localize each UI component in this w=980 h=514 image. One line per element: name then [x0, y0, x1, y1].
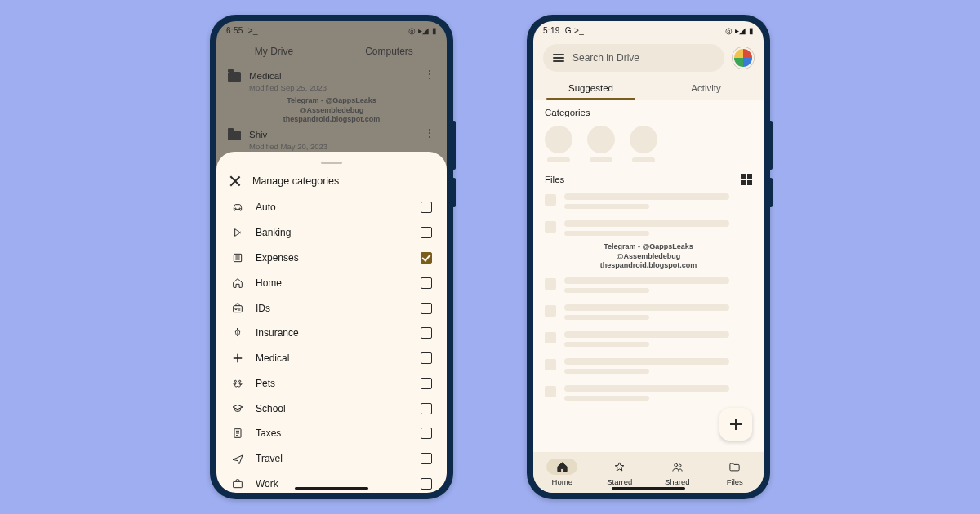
category-row-banking[interactable]: Banking — [216, 220, 447, 246]
watermark: Telegram - @GappsLeaks @Assembledebug th… — [216, 96, 447, 124]
status-icons: ◎ ▸◢ ▮ — [725, 26, 754, 35]
category-row-home[interactable]: Home — [216, 270, 447, 295]
svg-point-12 — [679, 464, 681, 467]
svg-point-6 — [239, 380, 241, 382]
ids-icon — [231, 302, 244, 315]
medical-icon — [231, 352, 244, 365]
status-prompt: >_ — [248, 26, 258, 35]
home-indicator[interactable] — [295, 487, 368, 490]
category-row-auto[interactable]: Auto — [216, 195, 447, 220]
grid-view-icon[interactable] — [741, 174, 752, 185]
category-label: Home — [256, 277, 409, 289]
side-button — [453, 178, 456, 207]
status-time: 6:55 — [226, 26, 243, 35]
category-chip[interactable] — [587, 126, 615, 162]
file-skeleton — [545, 331, 752, 347]
file-skeleton — [545, 220, 752, 236]
category-checkbox[interactable] — [421, 303, 432, 314]
category-checkbox[interactable] — [421, 352, 432, 364]
folder-outline-icon — [719, 459, 751, 475]
category-label: School — [256, 403, 409, 414]
fab-add-button[interactable] — [719, 408, 752, 441]
folder-subtitle: Modified May 20, 2023 — [249, 142, 416, 153]
category-checkbox[interactable] — [421, 478, 432, 490]
category-row-medical[interactable]: Medical — [216, 346, 447, 371]
home-tabs: Suggested Activity — [533, 78, 764, 100]
file-skeleton — [545, 277, 752, 293]
close-icon[interactable] — [229, 175, 241, 187]
nav-label: Files — [727, 477, 743, 486]
folder-icon — [228, 131, 241, 140]
nav-label: Shared — [665, 477, 690, 486]
category-checkbox[interactable] — [421, 453, 432, 464]
tab-computers[interactable]: Computers — [332, 39, 447, 65]
search-placeholder: Search in Drive — [572, 52, 639, 64]
nav-label: Starred — [607, 477, 632, 486]
banking-icon — [231, 226, 244, 239]
avatar[interactable] — [733, 47, 754, 69]
folder-subtitle: Modified Sep 25, 2023 — [249, 83, 416, 94]
tab-activity[interactable]: Activity — [648, 78, 764, 100]
category-checkbox[interactable] — [421, 378, 432, 389]
tab-my-drive[interactable]: My Drive — [216, 39, 332, 65]
taxes-icon — [231, 427, 244, 440]
phone-right: 5:19 G >_ ◎ ▸◢ ▮ Search in Drive Suggest… — [527, 15, 770, 499]
category-row-pets[interactable]: Pets — [216, 370, 447, 396]
category-checkbox[interactable] — [421, 252, 432, 264]
category-label: Expenses — [256, 252, 409, 264]
more-icon[interactable]: ⋮ — [424, 70, 435, 78]
pets-icon — [231, 377, 244, 390]
expenses-icon — [231, 251, 244, 264]
nav-files[interactable]: Files — [706, 452, 764, 493]
category-label: Banking — [256, 227, 409, 238]
category-label: Pets — [256, 378, 409, 389]
category-chip[interactable] — [630, 126, 657, 162]
folder-row[interactable]: Medical Modified Sep 25, 2023 ⋮ — [216, 65, 447, 96]
svg-point-4 — [235, 308, 237, 309]
folder-title: Medical — [249, 70, 416, 83]
category-label: Travel — [256, 453, 409, 464]
school-icon — [231, 402, 244, 415]
category-row-taxes[interactable]: Taxes — [216, 421, 447, 446]
category-label: IDs — [256, 303, 409, 314]
more-icon[interactable]: ⋮ — [424, 129, 435, 137]
search-input[interactable]: Search in Drive — [543, 44, 724, 72]
status-bar: 6:55 >_ ◎ ▸◢ ▮ — [216, 21, 447, 39]
category-row-school[interactable]: School — [216, 396, 447, 421]
svg-point-11 — [675, 463, 678, 467]
home-indicator[interactable] — [612, 487, 685, 490]
category-row-ids[interactable]: IDs — [216, 295, 447, 321]
nav-home[interactable]: Home — [533, 452, 591, 493]
manage-categories-sheet: Manage categories AutoBankingExpensesHom… — [216, 152, 447, 493]
status-prompt: G >_ — [565, 26, 584, 35]
category-label: Medical — [256, 352, 409, 364]
category-checkbox[interactable] — [421, 428, 432, 439]
side-button — [453, 121, 456, 170]
category-checkbox[interactable] — [421, 403, 432, 414]
auto-icon — [231, 201, 244, 214]
category-checkbox[interactable] — [421, 277, 432, 289]
category-row-travel[interactable]: Travel — [216, 446, 447, 472]
category-chip[interactable] — [545, 126, 572, 162]
status-icons: ◎ ▸◢ ▮ — [408, 26, 437, 35]
sheet-grabber[interactable] — [321, 162, 342, 164]
category-checkbox[interactable] — [421, 327, 432, 339]
category-row-insurance[interactable]: Insurance — [216, 321, 447, 346]
folder-row[interactable]: Shiv Modified May 20, 2023 ⋮ — [216, 124, 447, 155]
category-chips — [545, 126, 752, 162]
category-label: Taxes — [256, 428, 409, 439]
svg-point-0 — [235, 208, 236, 209]
hamburger-icon[interactable] — [553, 54, 564, 62]
file-skeleton — [545, 304, 752, 320]
category-checkbox[interactable] — [421, 202, 432, 213]
category-checkbox[interactable] — [421, 227, 432, 238]
category-row-expenses[interactable]: Expenses — [216, 246, 447, 271]
phone-left: 6:55 >_ ◎ ▸◢ ▮ My Drive Computers Medica… — [210, 15, 453, 499]
people-icon — [662, 459, 693, 475]
category-row-work[interactable]: Work — [216, 472, 447, 493]
work-icon — [231, 477, 244, 490]
svg-point-1 — [239, 208, 240, 209]
tab-suggested[interactable]: Suggested — [533, 78, 648, 100]
nav-label: Home — [552, 477, 572, 486]
star-icon — [604, 459, 635, 475]
